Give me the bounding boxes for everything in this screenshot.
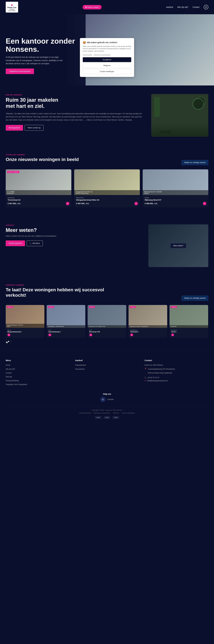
- how-text: *Makelen. De dikke Van Dale schrijft er …: [6, 112, 143, 122]
- carousel-dot-1[interactable]: [8, 341, 9, 342]
- sold-card-4[interactable]: Verkocht Tipstraat 9, 6051CV Maasbracht …: [129, 305, 167, 338]
- trust-logo-2: Logo: [104, 416, 110, 419]
- linkedin-icon[interactable]: in: [100, 397, 105, 402]
- property-info-icon-3[interactable]: ℹ: [203, 202, 206, 205]
- footer-koopaanbod[interactable]: Koopaaanbod: [75, 364, 139, 366]
- hero-cta-button[interactable]: Vrijblijvend verkoopadvies: [6, 68, 34, 74]
- property-city-overlay-1: Schimmert: [7, 192, 14, 194]
- logo-name: Paula Cox: [8, 6, 17, 8]
- sold-city-5: Roosteren: [171, 330, 206, 331]
- sold-name-1: Margarethastraat 6: [8, 331, 43, 332]
- hero-title-line2: Nonsens.: [6, 45, 75, 53]
- cookie-decline-button[interactable]: Weigeren: [83, 63, 131, 68]
- cookie-terms-link[interactable]: Algemene voorwaarden: [94, 54, 110, 56]
- featured-view-all-button[interactable]: Bekijk ons volledige aanbod: [182, 160, 208, 165]
- property-price-1: € 567.500,- k.k.: [8, 202, 21, 204]
- nav-item-aanbod[interactable]: Aanbod: [166, 6, 173, 8]
- footer-menu-privacy[interactable]: Privacyverklaring: [6, 379, 70, 382]
- property-info-icon-1[interactable]: ℹ: [66, 202, 69, 205]
- bel-direct-button[interactable]: 📞 Bel direct: [27, 240, 43, 246]
- room-interior: [151, 94, 208, 137]
- cookie-accept-button[interactable]: Accepteren: [83, 57, 131, 62]
- main-nav: Aanbod Wie zijn wij? Contact ☰: [166, 5, 208, 10]
- footer-sitemap-link[interactable]: Sitemap: [113, 412, 119, 414]
- property-price-row-1: € 567.500,- k.k. ℹ: [8, 202, 69, 205]
- sold-badge-3: Verkocht: [89, 306, 95, 308]
- property-price-row-3: € 589.000,- k.k. ℹ: [145, 202, 206, 205]
- contact-label: CONTACT: [6, 224, 143, 226]
- woningaanbod-button[interactable]: Woningaanbod: [6, 125, 23, 130]
- sold-address-5: Roosteren: [171, 326, 177, 327]
- property-image-1: Nieuw in verkoop 22, 6333BC Schimmert: [6, 169, 71, 195]
- contact-opnemen-button[interactable]: Contact opnemen: [6, 240, 25, 246]
- how-content: HOE WIJ WERKEN Ruim 30 jaar makelen met …: [6, 94, 143, 130]
- property-city-3: Geleen: [145, 197, 206, 198]
- footer-bottom-links: Cookieverklaring Algemene voorwaarden Si…: [6, 412, 208, 414]
- property-city-overlay-3: Geleen: [144, 192, 149, 194]
- footer-address-line2: 6105 AS Maria-Hoop Nederland: [148, 372, 175, 374]
- featured-header: UITGELICHT AANBOD Onze nieuwste woningen…: [6, 154, 208, 165]
- sold-info-icon-2[interactable]: ℹ: [48, 334, 51, 336]
- footer-cookieverklaring[interactable]: Cookieverklaring: [79, 412, 91, 414]
- property-image-2: Diergaarderstraat West 16, 6105CK Maria …: [74, 169, 140, 195]
- how-label: HOE WIJ WERKEN: [6, 94, 143, 96]
- sold-price-row-1: ℹ: [8, 334, 43, 336]
- contact-left: CONTACT Meer weten? Neem contact met ons…: [6, 224, 143, 267]
- hero-title-line1: Een kantoor zonder: [6, 37, 75, 45]
- footer-menu-home[interactable]: Home: [6, 364, 70, 366]
- nav-item-contact[interactable]: Contact: [192, 6, 199, 8]
- property-info-icon-2[interactable]: ℹ: [134, 202, 138, 205]
- carousel-dot-prev[interactable]: ◀: [6, 341, 7, 342]
- sold-city-2: Heel: [48, 330, 84, 331]
- property-card-2[interactable]: Diergaarderstraat West 16, 6105CK Maria …: [74, 169, 140, 207]
- carousel-dot-2[interactable]: [10, 341, 12, 342]
- contact-button[interactable]: Neem contact op: [25, 125, 44, 130]
- cookie-privacy-link[interactable]: Privacybeleid: [83, 54, 92, 56]
- footer-address: Annendaalderwerg 97A (Postadres) 6105 AS…: [148, 368, 175, 376]
- sold-info-icon-5[interactable]: ℹ: [171, 334, 174, 336]
- hero-subtitle: Al 30 jaar bekend met de verkoop van won…: [6, 56, 63, 65]
- sold-info-icon-3[interactable]: ℹ: [89, 334, 92, 336]
- footer-contact-title: Contact: [144, 359, 208, 362]
- hamburger-menu[interactable]: ☰: [204, 5, 208, 10]
- footer-company: Paula Cox 'Mooi Wonen': [144, 364, 208, 366]
- property-card-3[interactable]: Rijksweg Noord 57, 6162AC Geleen Geleen …: [143, 169, 208, 207]
- footer-phone-item: 📞 06 54 79 70 47: [144, 377, 208, 378]
- sold-price-row-5: ℹ: [171, 334, 206, 336]
- hero-section: Een kantoor zonder Nonsens. Al 30 jaar b…: [0, 14, 214, 86]
- footer-menu-sitemap[interactable]: Sitemap: [6, 376, 70, 378]
- sold-info-icon-4[interactable]: ℹ: [130, 334, 133, 336]
- sold-badge-4: Verkocht: [130, 306, 136, 308]
- sold-name-5: Visser...: [171, 331, 206, 332]
- sold-card-1[interactable]: Verkocht Margarethastraat 6, 6017EC Thor…: [6, 305, 44, 338]
- direct-contact-button[interactable]: Direct contact: [83, 5, 102, 10]
- sold-badge-5: Verkocht: [171, 306, 177, 308]
- featured-header-left: UITGELICHT AANBOD Onze nieuwste woningen…: [6, 154, 79, 165]
- sold-card-3[interactable]: Verkocht Bosstraat 17D, 6109NV Echt Echt…: [88, 305, 126, 338]
- contact-title: Meer weten?: [6, 227, 143, 233]
- how-title-line1: Ruim 30 jaar makelen: [6, 97, 58, 103]
- footer-huuraanbod[interactable]: Huuraanbod: [75, 368, 139, 370]
- direct-contact-label: Direct contact: [87, 6, 99, 8]
- sold-view-all-button[interactable]: Bekijk ons volledige aanbod: [182, 296, 208, 301]
- cookie-icon: 🍪: [83, 41, 86, 44]
- sold-info-icon-1[interactable]: ℹ: [8, 334, 10, 336]
- linkedin-text: LinkedIn: [107, 398, 114, 400]
- footer-algemene-voorwaarden[interactable]: Algemene voorwaarden: [94, 412, 110, 414]
- footer-menu-wie[interactable]: Wie zijn wij?: [6, 368, 70, 370]
- footer-menu-foto[interactable]: Fotografie: Kim Fotografeert: [6, 383, 70, 386]
- nav-item-wie[interactable]: Wie zijn wij?: [177, 6, 188, 8]
- footer-cookie-instellingen[interactable]: Cookie-instellingen: [122, 412, 135, 414]
- sold-card-2[interactable]: Verkocht Zlaveldweg 7, 6097NR Heel Heel …: [47, 305, 85, 338]
- sold-title-line1: Te laat! Deze woningen hebben wij succes…: [6, 287, 104, 292]
- sold-image-5: Verkocht Roosteren: [169, 305, 208, 328]
- cookie-settings-button[interactable]: Cookie-instellingen: [83, 69, 131, 74]
- sold-card-5[interactable]: Verkocht Roosteren Roosteren Visser... ℹ: [169, 305, 208, 338]
- property-card-1[interactable]: Nieuw in verkoop 22, 6333BC Schimmert Sc…: [6, 169, 71, 207]
- footer-menu-contact[interactable]: Contact: [6, 372, 70, 374]
- footer-address-line1: Annendaalderwerg 97A (Postadres): [148, 368, 175, 370]
- follow-section: Volg ons in LinkedIn: [6, 393, 208, 402]
- trust-logo-3: Logo: [113, 416, 119, 419]
- property-image-3: Rijksweg Noord 57, 6162AC Geleen: [143, 169, 208, 195]
- sold-badge-1: Verkocht: [7, 306, 13, 308]
